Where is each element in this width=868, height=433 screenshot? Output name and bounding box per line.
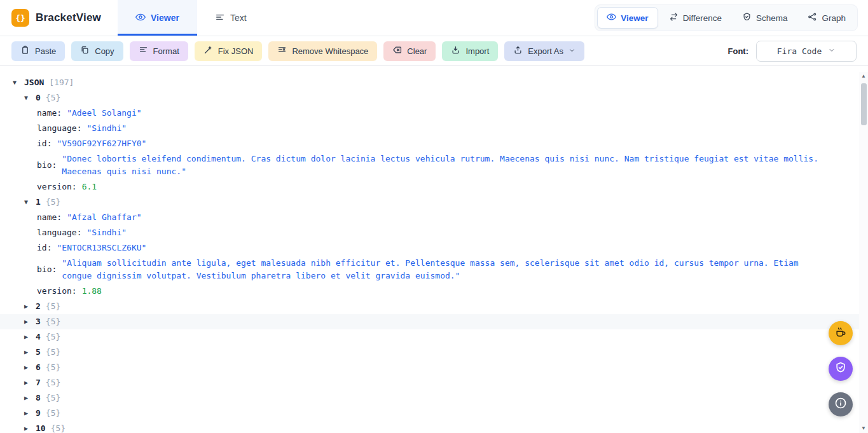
caret-right-icon[interactable]: ▶ [24, 390, 36, 406]
node-index: 6 [36, 360, 41, 375]
tree-row-0[interactable]: ▼ 0 {5} [0, 90, 868, 106]
caret-down-icon[interactable]: ▼ [13, 75, 24, 90]
node-index: 7 [36, 375, 41, 390]
mode-switcher: Viewer Difference Schema Graph [595, 4, 858, 31]
remove-whitespace-label: Remove Whitespace [292, 46, 368, 56]
json-key: version [37, 284, 77, 299]
caret-right-icon[interactable]: ▶ [24, 375, 36, 390]
json-string-value: Sindhi [86, 225, 162, 240]
json-field-row[interactable]: name Adeel Solangi [0, 106, 868, 121]
caret-right-icon[interactable]: ▶ [24, 360, 36, 375]
remove-whitespace-button[interactable]: Remove Whitespace [268, 41, 377, 61]
json-field-row[interactable]: bio Aliquam sollicitudin ante ligula, eg… [0, 256, 868, 284]
mode-viewer[interactable]: Viewer [597, 7, 658, 29]
coffee-button[interactable] [829, 321, 853, 345]
privacy-button[interactable] [829, 357, 853, 381]
tree-root-row[interactable]: ▼ JSON [197] [0, 75, 868, 90]
json-key: bio [37, 158, 57, 173]
node-index: 2 [36, 299, 41, 314]
json-field-row[interactable]: version 6.1 [0, 179, 868, 195]
vertical-scrollbar[interactable]: ▲ ▼ [859, 72, 868, 433]
tree-row-3[interactable]: ▶ 3 {5} [0, 314, 868, 329]
clipboard-icon [20, 45, 30, 57]
tree-row-9[interactable]: ▶ 9 {5} [0, 406, 868, 421]
json-field-row[interactable]: id V59OF92YF627HFY0 [0, 136, 868, 151]
node-index: 1 [36, 195, 41, 210]
app-header: BracketView Viewer Text Viewer Diff [0, 0, 868, 36]
json-string-value: Aliquam sollicitudin ante ligula, eget m… [62, 256, 868, 284]
clear-button[interactable]: Clear [383, 41, 436, 61]
node-count: {5} [46, 299, 60, 314]
scrollbar-thumb[interactable] [861, 83, 867, 125]
caret-down-icon[interactable]: ▼ [24, 195, 36, 210]
node-count: {5} [46, 345, 60, 360]
mode-difference[interactable]: Difference [659, 7, 731, 29]
shield-check-icon [834, 361, 847, 376]
tab-text-label: Text [230, 13, 247, 23]
caret-right-icon[interactable]: ▶ [24, 299, 36, 314]
clear-label: Clear [407, 46, 427, 56]
tab-viewer-label: Viewer [151, 13, 179, 23]
format-button[interactable]: Format [130, 41, 188, 61]
tree-row-2[interactable]: ▶ 2 {5} [0, 299, 868, 314]
json-field-row[interactable]: bio Donec lobortis eleifend condimentum.… [0, 151, 868, 179]
copy-icon [80, 45, 90, 57]
eye-icon [135, 12, 146, 24]
braces-logo-icon [11, 9, 29, 27]
info-button[interactable] [829, 392, 853, 416]
json-field-row[interactable]: language Sindhi [0, 121, 868, 136]
brand: BracketView [11, 0, 101, 36]
node-count: {5} [46, 360, 60, 375]
json-key: id [37, 240, 52, 256]
tree-row-8[interactable]: ▶ 8 {5} [0, 390, 868, 406]
font-select[interactable]: Fira Code [756, 41, 857, 62]
node-count: {5} [51, 421, 65, 433]
caret-right-icon[interactable]: ▶ [24, 421, 36, 433]
scroll-up-arrow-icon[interactable]: ▲ [861, 72, 866, 81]
tree-row-10[interactable]: ▶ 10 {5} [0, 421, 868, 433]
copy-button[interactable]: Copy [71, 41, 123, 61]
tab-viewer[interactable]: Viewer [118, 0, 197, 36]
mode-difference-label: Difference [683, 13, 722, 23]
scroll-down-arrow-icon[interactable]: ▼ [861, 424, 866, 433]
paste-button[interactable]: Paste [11, 41, 65, 61]
export-upload-icon [513, 45, 523, 57]
tab-text[interactable]: Text [197, 0, 265, 36]
json-field-row[interactable]: name Afzal Ghaffar [0, 210, 868, 225]
backspace-icon [392, 45, 402, 57]
json-field-row[interactable]: language Sindhi [0, 225, 868, 240]
json-string-value: Adeel Solangi [67, 106, 177, 121]
json-field-row[interactable]: id ENTOCR13RSCLZ6KU [0, 240, 868, 256]
caret-down-icon[interactable]: ▼ [24, 90, 36, 106]
tree-row-5[interactable]: ▶ 5 {5} [0, 345, 868, 360]
node-count: {5} [46, 406, 60, 421]
json-key: language [37, 225, 81, 240]
json-field-row[interactable]: version 1.88 [0, 284, 868, 299]
json-string-value: Sindhi [86, 121, 162, 136]
caret-right-icon[interactable]: ▶ [24, 406, 36, 421]
node-index: 10 [36, 421, 46, 433]
mode-schema[interactable]: Schema [733, 7, 797, 29]
caret-right-icon[interactable]: ▶ [24, 314, 36, 329]
fix-json-button[interactable]: Fix JSON [195, 41, 263, 61]
export-as-button[interactable]: Export As [504, 41, 584, 61]
mode-graph[interactable]: Graph [798, 7, 855, 29]
import-button[interactable]: Import [442, 41, 498, 61]
swap-arrows-icon [669, 12, 679, 24]
json-key: name [37, 210, 62, 225]
eye-icon [607, 12, 616, 24]
caret-right-icon[interactable]: ▶ [24, 345, 36, 360]
json-number-value: 6.1 [82, 179, 132, 195]
caret-right-icon[interactable]: ▶ [24, 329, 36, 345]
node-index: 3 [36, 314, 41, 329]
root-label: JSON [24, 75, 44, 90]
tree-row-6[interactable]: ▶ 6 {5} [0, 360, 868, 375]
font-picker-group: Font: Fira Code [728, 41, 857, 62]
tree-row-7[interactable]: ▶ 7 {5} [0, 375, 868, 390]
json-key: id [37, 136, 52, 151]
text-lines-icon [215, 12, 225, 24]
coffee-cup-icon [834, 326, 847, 341]
tree-row-4[interactable]: ▶ 4 {5} [0, 329, 868, 345]
tree-row-1[interactable]: ▼ 1 {5} [0, 195, 868, 210]
node-index: 9 [36, 406, 41, 421]
